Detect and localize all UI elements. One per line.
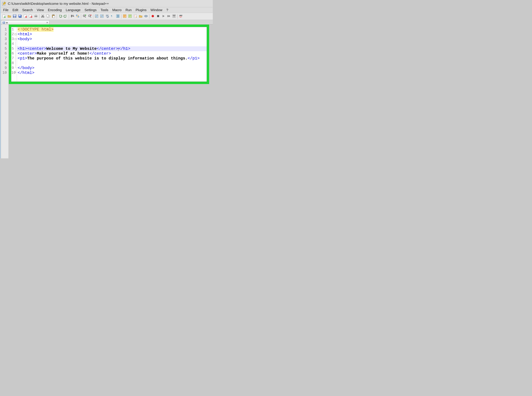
code-line[interactable]: <html> <box>17 32 207 37</box>
menu-help[interactable]: ? <box>164 7 170 13</box>
svg-rect-28 <box>78 17 79 17</box>
play-macro-button[interactable] <box>161 14 166 19</box>
spellcheck-button[interactable]: ABC <box>178 14 183 19</box>
undo-button[interactable] <box>58 14 63 19</box>
record-macro-button[interactable] <box>150 14 155 19</box>
fold-toggle-icon[interactable]: − <box>15 38 17 40</box>
eye-icon <box>144 14 148 19</box>
copy-icon <box>46 14 50 19</box>
ide-1-button[interactable] <box>122 14 127 19</box>
find-icon <box>71 14 74 19</box>
eye-button[interactable] <box>143 14 149 19</box>
svg-rect-23 <box>53 16 55 18</box>
code-line[interactable]: </html> <box>17 70 207 75</box>
app-icon <box>2 1 6 6</box>
find-replace-icon <box>76 14 79 19</box>
menubar: FileEditSearchViewEncodingLanguageSettin… <box>0 7 213 13</box>
folder-button[interactable] <box>138 14 143 19</box>
svg-point-30 <box>85 15 86 16</box>
svg-rect-5 <box>14 16 15 17</box>
spellcheck-icon: ABC <box>179 14 183 19</box>
word-wrap-button[interactable] <box>105 14 110 19</box>
menu-edit[interactable]: Edit <box>11 7 20 13</box>
play-multi-icon <box>167 14 171 19</box>
save-button[interactable] <box>12 14 17 19</box>
close-all-button[interactable] <box>28 14 33 19</box>
code-line[interactable]: <p1>The purpose of this website is to di… <box>17 56 207 61</box>
fold-toggle-icon[interactable]: − <box>15 33 17 35</box>
print-icon <box>34 14 38 19</box>
line-number-strip: 12345678910 <box>1 25 9 158</box>
show-all-chars-icon: ¶ <box>111 14 114 19</box>
code-line[interactable]: <body> <box>17 37 207 41</box>
tab-close-icon[interactable]: ✕ <box>46 21 48 24</box>
indent-guide-button[interactable] <box>115 14 120 19</box>
print-button[interactable] <box>33 14 38 19</box>
menu-run[interactable]: Run <box>124 7 134 13</box>
tabstrip: w ✕ <box>0 20 213 25</box>
redo-button[interactable] <box>63 14 68 19</box>
svg-rect-51 <box>3 23 5 23</box>
svg-rect-4 <box>13 15 16 16</box>
line-number: 9 <box>11 66 14 70</box>
svg-rect-37 <box>123 15 126 17</box>
function-list-button[interactable]: f <box>133 14 138 19</box>
copy-button[interactable] <box>46 14 51 19</box>
menu-search[interactable]: Search <box>20 7 35 13</box>
code-line[interactable]: <center>Make yourself at home!</center> <box>17 51 207 56</box>
ide-2-icon <box>128 14 132 19</box>
code-line[interactable] <box>17 61 207 66</box>
svg-rect-50 <box>3 22 5 22</box>
svg-point-47 <box>173 16 174 17</box>
menu-file[interactable]: File <box>1 7 11 13</box>
folder-icon <box>139 14 143 19</box>
menu-plugins[interactable]: Plugins <box>134 7 149 13</box>
new-file-button[interactable] <box>1 14 6 19</box>
menu-view[interactable]: View <box>35 7 46 13</box>
line-number: 5 <box>11 46 14 51</box>
sync-h-button[interactable] <box>99 14 104 19</box>
line-number: 4 <box>11 41 14 46</box>
code-content[interactable]: <!DOCTYPE html><html><body><h1><center>W… <box>17 27 207 82</box>
new-file-icon <box>2 14 6 19</box>
save-all-button[interactable] <box>18 14 23 19</box>
menu-language[interactable]: Language <box>64 7 83 13</box>
zoom-in-button[interactable] <box>82 14 87 19</box>
paste-button[interactable] <box>51 14 56 19</box>
close-all-icon <box>29 14 32 19</box>
code-line[interactable] <box>17 41 207 46</box>
open-file-button[interactable] <box>7 14 12 19</box>
ide-1-icon <box>123 14 126 19</box>
save-icon <box>13 14 17 19</box>
sync-v-button[interactable] <box>94 14 99 19</box>
close-button[interactable] <box>23 14 28 19</box>
menu-window[interactable]: Window <box>149 7 164 13</box>
line-number: 3 <box>11 37 14 41</box>
show-all-chars-button[interactable]: ¶ <box>110 14 115 19</box>
menu-settings[interactable]: Settings <box>83 7 98 13</box>
editor-area: 12345678910 12−3−45678910 <!DOCTYPE html… <box>0 25 213 158</box>
file-tab[interactable]: w ✕ <box>1 20 49 24</box>
indent-guide-icon <box>116 14 120 19</box>
svg-rect-8 <box>19 15 21 16</box>
svg-rect-38 <box>129 15 132 17</box>
zoom-out-button[interactable] <box>87 14 92 19</box>
find-replace-button[interactable] <box>75 14 80 19</box>
code-line[interactable]: </body> <box>17 66 207 70</box>
cut-button[interactable] <box>40 14 45 19</box>
play-multi-button[interactable] <box>166 14 171 19</box>
code-line[interactable]: <h1><center>Welcome to My Website</cente… <box>17 46 207 51</box>
svg-point-32 <box>90 15 91 16</box>
menu-tools[interactable]: Tools <box>99 7 110 13</box>
ide-2-button[interactable] <box>127 14 132 19</box>
macro-save-button[interactable] <box>172 14 177 19</box>
menu-encoding[interactable]: Encoding <box>46 7 64 13</box>
menu-macro[interactable]: Macro <box>110 7 124 13</box>
svg-rect-20 <box>47 15 49 17</box>
code-editor[interactable]: 12−3−45678910 <!DOCTYPE html><html><body… <box>11 27 207 82</box>
find-button[interactable] <box>70 14 75 19</box>
window-title: C:\Users\wikih\Desktop\welcome to my web… <box>8 2 109 6</box>
svg-rect-24 <box>71 15 72 16</box>
code-line[interactable]: <!DOCTYPE html> <box>17 27 207 32</box>
stop-macro-button[interactable] <box>155 14 161 19</box>
